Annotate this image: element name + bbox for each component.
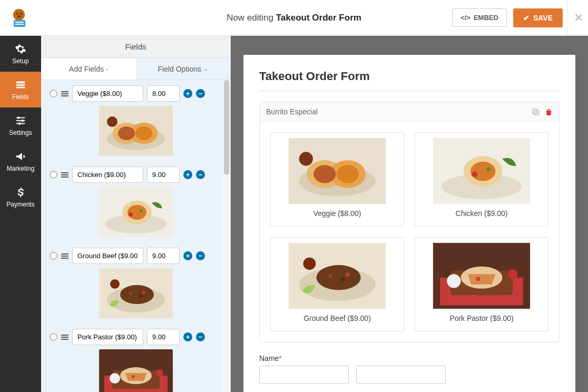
svg-point-29 [16, 13, 18, 14]
option-row: + − [41, 161, 230, 237]
editing-label: Now editing Takeout Order Form [227, 13, 361, 23]
remove-option-button[interactable]: − [196, 251, 205, 260]
choice-ground-beef[interactable]: Ground Beef ($9.00) [270, 237, 404, 331]
save-button[interactable]: ✔ SAVE [513, 8, 563, 27]
gear-icon [15, 43, 26, 55]
divider [259, 91, 560, 91]
drag-handle-icon[interactable] [61, 172, 68, 178]
scrollbar-thumb[interactable] [224, 80, 229, 175]
sidebar-item-settings[interactable]: Settings [0, 107, 41, 143]
svg-rect-34 [15, 24, 24, 25]
close-button[interactable]: ✕ [567, 0, 588, 36]
form-title: Takeout Order Form [259, 70, 560, 83]
svg-point-39 [17, 116, 20, 119]
embed-button[interactable]: </> EMBED [452, 8, 507, 27]
svg-rect-44 [533, 109, 537, 113]
option-row: + − [41, 80, 230, 156]
drag-handle-icon[interactable] [61, 335, 68, 340]
choice-pork-pastor[interactable]: Pork Pastor ($9.00) [415, 237, 548, 331]
default-radio[interactable] [50, 252, 57, 260]
default-radio[interactable] [50, 90, 57, 97]
check-icon: ✔ [523, 14, 530, 22]
option-image[interactable] [99, 268, 173, 318]
options-list[interactable]: + − + − [41, 80, 230, 392]
option-row: + − [41, 324, 230, 392]
sliders-icon [15, 115, 26, 126]
name-field: Name* [259, 354, 560, 384]
choice-image [420, 138, 543, 204]
sidebar-item-fields[interactable]: Fields [0, 72, 41, 107]
add-option-button[interactable]: + [183, 251, 192, 260]
option-price-input[interactable] [147, 248, 180, 264]
option-image[interactable] [99, 187, 173, 237]
tab-field-options[interactable]: Field Options ⌄ [136, 58, 231, 80]
choice-veggie[interactable]: Veggie ($8.00) [270, 132, 404, 227]
duplicate-icon[interactable] [532, 108, 540, 116]
first-name-input[interactable] [259, 366, 349, 384]
left-sidebar: Setup Fields Settings Marketing Payments [0, 36, 41, 392]
svg-rect-37 [16, 86, 25, 88]
choice-image [420, 243, 543, 309]
option-price-input[interactable] [147, 166, 180, 183]
scrollbar[interactable] [223, 80, 230, 392]
form-card: Takeout Order Form Burrito Especial Vegg… [243, 55, 575, 392]
sidebar-item-payments[interactable]: Payments [0, 179, 41, 215]
svg-rect-35 [16, 81, 25, 83]
svg-point-41 [21, 119, 24, 122]
option-image[interactable] [99, 106, 173, 156]
option-price-input[interactable] [147, 85, 180, 102]
drag-handle-icon[interactable] [61, 253, 68, 259]
remove-option-button[interactable]: − [196, 89, 205, 98]
option-label-input[interactable] [72, 329, 143, 345]
choice-image [276, 243, 398, 309]
svg-rect-36 [16, 84, 25, 86]
svg-point-28 [13, 9, 25, 21]
top-bar: Now editing Takeout Order Form </> EMBED… [0, 0, 588, 36]
sidebar-item-setup[interactable]: Setup [0, 36, 41, 72]
code-icon: </> [460, 14, 471, 22]
remove-option-button[interactable]: − [196, 332, 205, 341]
option-label-input[interactable] [72, 85, 143, 102]
form-preview-canvas[interactable]: Takeout Order Form Burrito Especial Vegg… [231, 36, 588, 392]
option-label-input[interactable] [72, 166, 143, 183]
option-price-input[interactable] [147, 329, 180, 345]
svg-rect-45 [534, 110, 538, 114]
chevron-right-icon: › [106, 66, 108, 72]
panel-header: Fields [41, 36, 230, 58]
fields-icon [15, 79, 26, 91]
bullhorn-icon [15, 151, 26, 162]
option-row: + − [41, 242, 230, 318]
panel-tabs: Add Fields › Field Options ⌄ [41, 58, 230, 80]
delete-icon[interactable] [545, 108, 553, 116]
last-name-input[interactable] [356, 366, 446, 384]
choice-image [276, 138, 398, 204]
remove-option-button[interactable]: − [196, 170, 205, 179]
choice-chicken[interactable]: Chicken ($9.00) [415, 132, 548, 227]
svg-point-30 [21, 13, 22, 14]
chevron-down-icon: ⌄ [203, 65, 208, 72]
svg-rect-33 [15, 22, 24, 23]
wpforms-logo [8, 7, 30, 28]
svg-point-31 [17, 15, 21, 17]
option-image[interactable] [99, 349, 173, 392]
name-label: Name* [259, 354, 560, 362]
options-panel: Fields Add Fields › Field Options ⌄ + − [41, 36, 231, 392]
svg-point-43 [18, 122, 21, 125]
default-radio[interactable] [50, 171, 57, 179]
add-option-button[interactable]: + [183, 170, 192, 179]
tab-add-fields[interactable]: Add Fields › [41, 58, 136, 80]
field-block-burrito[interactable]: Burrito Especial Veggie ($8.00) Chicken … [259, 102, 560, 342]
add-option-button[interactable]: + [183, 89, 192, 98]
default-radio[interactable] [50, 333, 57, 341]
add-option-button[interactable]: + [183, 332, 192, 341]
svg-rect-32 [14, 20, 25, 27]
option-label-input[interactable] [72, 248, 143, 264]
drag-handle-icon[interactable] [61, 91, 68, 96]
dollar-icon [15, 187, 26, 198]
field-block-title: Burrito Especial [266, 107, 318, 116]
sidebar-item-marketing[interactable]: Marketing [0, 143, 41, 179]
